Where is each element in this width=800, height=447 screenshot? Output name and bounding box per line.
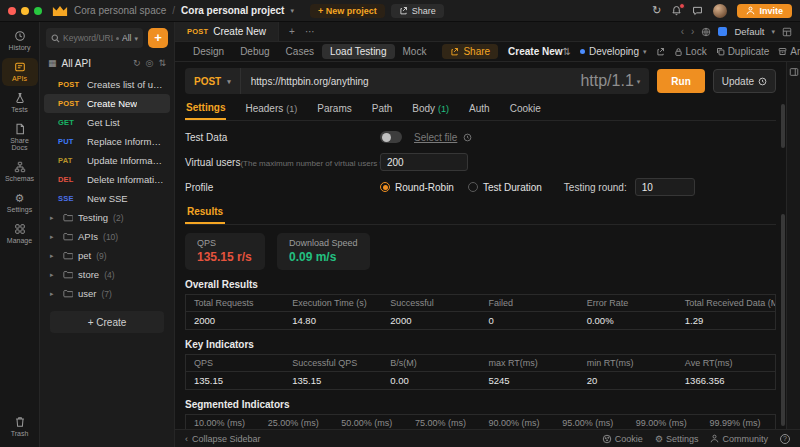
nav-item-manage[interactable]: Manage bbox=[2, 220, 38, 248]
api-list-item[interactable]: POST Creates list of users with ... bbox=[44, 75, 170, 94]
nav-back-icon[interactable]: ‹ bbox=[681, 26, 684, 37]
tab-cookie[interactable]: Cookie bbox=[509, 99, 542, 120]
select-file-link[interactable]: Select file bbox=[414, 132, 457, 143]
invite-button[interactable]: Invite bbox=[737, 4, 792, 18]
settings-button[interactable]: ⚙ Settings bbox=[655, 434, 699, 444]
testing-round-input[interactable] bbox=[635, 178, 695, 196]
url-input[interactable] bbox=[241, 76, 581, 87]
tab-params[interactable]: Params bbox=[316, 99, 352, 120]
new-project-button[interactable]: + New project bbox=[310, 4, 385, 18]
virtual-users-input[interactable] bbox=[380, 153, 468, 171]
tab-auth[interactable]: Auth bbox=[468, 99, 491, 120]
api-list-item[interactable]: PUT Replace Information bbox=[44, 132, 170, 151]
search-filter-dropdown[interactable]: All ▾ bbox=[116, 33, 138, 43]
notifications-button[interactable] bbox=[671, 5, 682, 16]
tab-mock[interactable]: Mock bbox=[395, 44, 435, 59]
notification-badge bbox=[679, 3, 685, 9]
close-window-button[interactable] bbox=[8, 7, 16, 15]
test-data-toggle[interactable] bbox=[380, 131, 402, 143]
duplicate-button[interactable]: Duplicate bbox=[716, 46, 770, 57]
nav-item-apis[interactable]: APIs bbox=[2, 58, 38, 86]
environment-select[interactable]: Default bbox=[734, 26, 764, 37]
profile-label: Profile bbox=[185, 182, 380, 193]
folder-item-store[interactable]: ▸ store (4) bbox=[40, 265, 174, 284]
tab-design[interactable]: Design bbox=[185, 44, 232, 59]
tab-cases[interactable]: Cases bbox=[278, 44, 322, 59]
api-list-item[interactable]: GET Get List bbox=[44, 113, 170, 132]
layout-icon[interactable] bbox=[782, 27, 792, 37]
sync-icon[interactable]: ↻ bbox=[652, 5, 661, 16]
tab-headers[interactable]: Headers (1) bbox=[244, 99, 298, 120]
folder-item-pet[interactable]: ▸ pet (9) bbox=[40, 246, 174, 265]
sort-icon[interactable]: ⇅ bbox=[158, 58, 166, 68]
nav-item-schemas[interactable]: Schemas bbox=[2, 158, 38, 186]
lock-button[interactable]: Lock bbox=[674, 46, 707, 57]
add-api-button[interactable]: + bbox=[148, 28, 168, 48]
breadcrumb-workspace[interactable]: Cora personal space bbox=[74, 5, 166, 16]
community-button[interactable]: Community bbox=[710, 434, 768, 444]
archive-button[interactable]: Archive bbox=[778, 46, 800, 57]
api-list-item[interactable]: PAT Update Information bbox=[44, 151, 170, 170]
run-button[interactable]: Run bbox=[657, 69, 704, 93]
nav-item-trash[interactable]: Trash bbox=[2, 413, 38, 441]
all-api-header[interactable]: ▦ All API ↻ ◎ ⇅ bbox=[40, 53, 174, 73]
tab-path[interactable]: Path bbox=[371, 99, 394, 120]
method-select[interactable]: POST ▾ bbox=[185, 68, 241, 94]
version-icon[interactable]: ⇅ bbox=[563, 46, 571, 57]
tab-debug[interactable]: Debug bbox=[232, 44, 277, 59]
file-history-icon[interactable] bbox=[463, 133, 472, 142]
new-tab-icon[interactable]: + bbox=[289, 27, 295, 37]
breadcrumb-project[interactable]: Cora personal project bbox=[181, 5, 284, 16]
tab-menu-icon[interactable]: ⋯ bbox=[305, 27, 315, 37]
nav-item-share-docs[interactable]: Share Docs bbox=[2, 120, 38, 155]
api-list-item-selected[interactable]: POST Create New bbox=[44, 94, 170, 113]
locate-icon[interactable]: ◎ bbox=[146, 58, 154, 68]
search-box[interactable]: All ▾ bbox=[46, 28, 143, 48]
avatar[interactable] bbox=[713, 4, 727, 18]
update-button[interactable]: Update bbox=[713, 69, 776, 93]
tab-settings[interactable]: Settings bbox=[185, 99, 226, 120]
zoom-window-button[interactable] bbox=[34, 7, 42, 15]
help-button[interactable]: ? bbox=[780, 434, 790, 444]
nav-item-history[interactable]: History bbox=[2, 27, 38, 55]
cookie-button[interactable]: Cookie bbox=[602, 434, 643, 444]
panel-toggle-icon[interactable] bbox=[789, 67, 799, 77]
collapse-sidebar-button[interactable]: ‹ Collapse Sidebar bbox=[185, 434, 261, 444]
download-speed-label: Download Speed bbox=[289, 238, 358, 248]
project-caret-icon[interactable]: ▾ bbox=[290, 7, 294, 14]
create-button[interactable]: + Create bbox=[50, 311, 164, 333]
folder-item-testing[interactable]: ▸ Testing (2) bbox=[40, 208, 174, 227]
environment-caret-icon[interactable]: ▾ bbox=[771, 28, 775, 35]
scrollbar-thumb[interactable] bbox=[781, 104, 785, 148]
radio-test-duration[interactable]: Test Duration bbox=[468, 182, 542, 193]
radio-dot-icon bbox=[380, 182, 390, 192]
nav-item-settings[interactable]: ⚙ Settings bbox=[2, 189, 38, 217]
http-version-select[interactable]: http/1.1 ▾ bbox=[580, 72, 649, 90]
gear-icon: ⚙ bbox=[15, 192, 25, 204]
folder-icon bbox=[63, 251, 73, 260]
api-list-item[interactable]: DEL Delete Information bbox=[44, 170, 170, 189]
tab-load-testing[interactable]: Load Testing bbox=[322, 44, 395, 59]
api-list-item[interactable]: SSE New SSE bbox=[44, 189, 170, 208]
environment-globe-icon[interactable] bbox=[701, 27, 711, 37]
scrollbar-thumb[interactable] bbox=[781, 214, 785, 426]
minimize-window-button[interactable] bbox=[21, 7, 29, 15]
radio-round-robin[interactable]: Round-Robin bbox=[380, 182, 454, 193]
tab-results[interactable]: Results bbox=[185, 204, 225, 224]
refresh-icon[interactable]: ↻ bbox=[133, 58, 141, 68]
share-project-button[interactable]: Share bbox=[391, 4, 444, 18]
nav-forward-icon[interactable]: › bbox=[691, 26, 694, 37]
document-tab-create-new[interactable]: POST Create New bbox=[175, 22, 279, 41]
apis-icon bbox=[14, 61, 26, 73]
folder-item-user[interactable]: ▸ user (7) bbox=[40, 284, 174, 303]
status-dropdown[interactable]: Developing ▾ bbox=[580, 46, 647, 57]
share-endpoint-button[interactable]: Share bbox=[442, 44, 498, 59]
folder-item-apis[interactable]: ▸ APIs (10) bbox=[40, 227, 174, 246]
publish-icon[interactable] bbox=[656, 47, 665, 56]
test-data-row: Test Data Select file bbox=[185, 128, 776, 146]
feedback-button[interactable] bbox=[692, 5, 703, 16]
environment-color-icon[interactable] bbox=[718, 27, 727, 36]
search-input[interactable] bbox=[63, 33, 113, 43]
tab-body[interactable]: Body (1) bbox=[411, 99, 450, 120]
nav-item-tests[interactable]: Tests bbox=[2, 89, 38, 117]
